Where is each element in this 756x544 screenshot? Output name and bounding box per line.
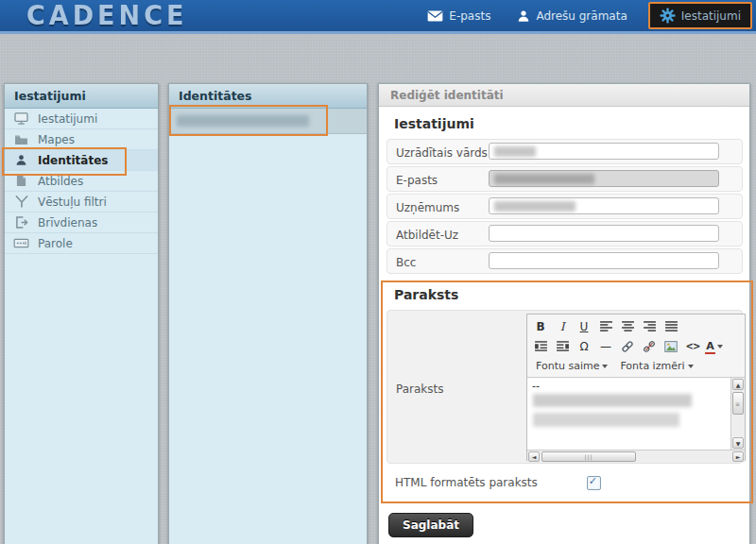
- form-row-company: Uzņēmums: [387, 194, 743, 219]
- insert-image-icon[interactable]: [662, 338, 680, 355]
- sidebar-item-mapes[interactable]: Mapes: [5, 129, 158, 150]
- checkmark-icon: ✓: [589, 475, 597, 487]
- top-menu: E-pasts Adrešu grāmata: [421, 0, 752, 31]
- sidebar-item-parole[interactable]: Parole: [5, 233, 158, 254]
- redacted-value: [494, 201, 576, 212]
- insert-link-icon[interactable]: [618, 338, 637, 355]
- align-right-icon[interactable]: [640, 318, 659, 335]
- outdent-icon[interactable]: [531, 338, 550, 355]
- settings-section-title: Iestatijumi: [394, 116, 749, 131]
- signature-section-title: Paraksts: [394, 287, 749, 302]
- font-family-select[interactable]: Fontu saime: [531, 360, 612, 372]
- identities-title: Identitātes: [169, 84, 367, 109]
- edit-panel-title: Rediģēt identitāti: [379, 84, 749, 107]
- scroll-right-button[interactable]: ►: [732, 451, 744, 462]
- bold-icon[interactable]: B: [531, 318, 550, 335]
- scroll-up-button[interactable]: ▲: [732, 379, 744, 390]
- text-color-icon[interactable]: A: [705, 338, 724, 355]
- html-signature-checkbox[interactable]: ✓: [587, 476, 601, 490]
- chevron-down-icon: [717, 345, 723, 348]
- chevron-down-icon: [602, 365, 608, 368]
- signature-rich-text-editor: B I U: [526, 314, 746, 461]
- cadence-logo: CADENCE: [26, 0, 187, 31]
- signature-label: Paraksts: [396, 382, 444, 396]
- save-button[interactable]: Saglabāt: [388, 513, 473, 537]
- menu-item-label: Iestatijumi: [681, 9, 741, 23]
- sidebar-item-label: Atbildes: [38, 175, 83, 188]
- monitor-icon: [13, 111, 29, 126]
- exit-icon: [13, 215, 29, 230]
- envelope-icon: [427, 10, 443, 22]
- menu-item-label: E-pasts: [449, 9, 490, 23]
- person-icon: [13, 153, 29, 167]
- filter-icon: [13, 195, 29, 209]
- form-row-display-name: Uzrādītais vārds: [387, 139, 743, 164]
- display-name-input[interactable]: [489, 143, 719, 160]
- redacted-identity-value: [177, 115, 309, 127]
- field-label: Uzrādītais vārds: [396, 146, 488, 160]
- field-label: Bcc: [396, 256, 416, 269]
- bcc-input[interactable]: [489, 252, 719, 269]
- scroll-down-button[interactable]: ▼: [732, 437, 744, 449]
- underline-icon[interactable]: U: [575, 318, 593, 335]
- redacted-signature-line: [533, 394, 692, 407]
- horizontal-scrollbar[interactable]: ◄ ||| ►: [527, 450, 745, 463]
- sidebar-title: Iestatijumi: [5, 84, 158, 109]
- reply-to-input[interactable]: [489, 225, 719, 242]
- redacted-value: [494, 146, 536, 157]
- document-icon: [13, 174, 29, 188]
- email-input: [489, 170, 719, 187]
- editor-toolbar: B I U: [527, 314, 745, 378]
- scroll-left-button[interactable]: ◄: [528, 451, 540, 462]
- menu-item-label: Adrešu grāmata: [536, 9, 627, 23]
- align-left-icon[interactable]: [596, 318, 615, 335]
- redacted-signature-line: [533, 413, 679, 427]
- signature-text: --: [532, 380, 540, 392]
- form-row-email: E-pasts: [387, 166, 743, 192]
- horizontal-scroll-thumb[interactable]: |||: [541, 451, 636, 462]
- identity-list-item[interactable]: [169, 109, 367, 134]
- remove-link-icon[interactable]: [640, 338, 659, 355]
- signature-row: Paraksts B I U: [387, 310, 743, 464]
- field-label: E-pasts: [396, 174, 438, 187]
- form-row-bcc: Bcc: [387, 248, 743, 274]
- sidebar-item-label: Vēstuļu filtri: [38, 196, 107, 209]
- vertical-scroll-thumb[interactable]: ≡: [732, 392, 744, 415]
- edit-identity-panel: Rediģēt identitāti Iestatijumi Uzrādītai…: [378, 83, 750, 544]
- menu-item-adresu-gramata[interactable]: Adrešu grāmata: [511, 6, 632, 26]
- top-bar: CADENCE E-pasts Adrešu grāmata: [0, 0, 756, 34]
- font-size-select[interactable]: Fonta izmēri: [615, 360, 697, 372]
- sidebar-item-label: Brīvdienas: [38, 216, 97, 230]
- person-icon: [517, 9, 530, 23]
- vertical-scrollbar[interactable]: ▲ ≡ ▼: [730, 378, 745, 450]
- field-label: Atbildēt-Uz: [396, 229, 458, 242]
- align-justify-icon[interactable]: [662, 318, 680, 335]
- italic-icon[interactable]: I: [553, 318, 572, 335]
- source-code-icon[interactable]: <>: [683, 338, 702, 355]
- special-character-icon[interactable]: Ω: [575, 338, 593, 355]
- identities-panel: Identitātes: [168, 83, 368, 544]
- sidebar-item-label: Identitātes: [38, 154, 108, 167]
- horizontal-rule-icon[interactable]: —: [596, 338, 615, 355]
- sidebar-item-iestatijumi[interactable]: Iestatijumi: [5, 109, 158, 129]
- redacted-value: [494, 174, 594, 184]
- field-label: Uzņēmums: [396, 201, 459, 214]
- menu-item-iestatijumi[interactable]: Iestatijumi: [648, 2, 752, 29]
- company-input[interactable]: [489, 197, 719, 214]
- sidebar-item-label: Mapes: [38, 133, 75, 146]
- gear-icon: [660, 8, 676, 24]
- sidebar-item-vestulu-filtri[interactable]: Vēstuļu filtri: [5, 192, 158, 212]
- form-row-reply-to: Atbildēt-Uz: [387, 221, 743, 246]
- folder-icon: [13, 132, 29, 146]
- signature-content-area[interactable]: -- ▲ ≡ ▼: [527, 378, 745, 450]
- sidebar-item-label: Iestatijumi: [38, 112, 97, 126]
- html-signature-label: HTML formatēts paraksts: [395, 476, 538, 489]
- sidebar-item-atbildes[interactable]: Atbildes: [5, 171, 158, 192]
- app-window: CADENCE E-pasts Adrešu grāmata: [0, 0, 756, 544]
- sidebar-item-brivdienas[interactable]: Brīvdienas: [5, 212, 158, 233]
- menu-item-epasts[interactable]: E-pasts: [421, 6, 496, 26]
- align-center-icon[interactable]: [618, 318, 637, 335]
- chevron-down-icon: [688, 365, 694, 368]
- indent-icon[interactable]: [553, 338, 572, 355]
- sidebar-item-identitates[interactable]: Identitātes: [5, 150, 158, 171]
